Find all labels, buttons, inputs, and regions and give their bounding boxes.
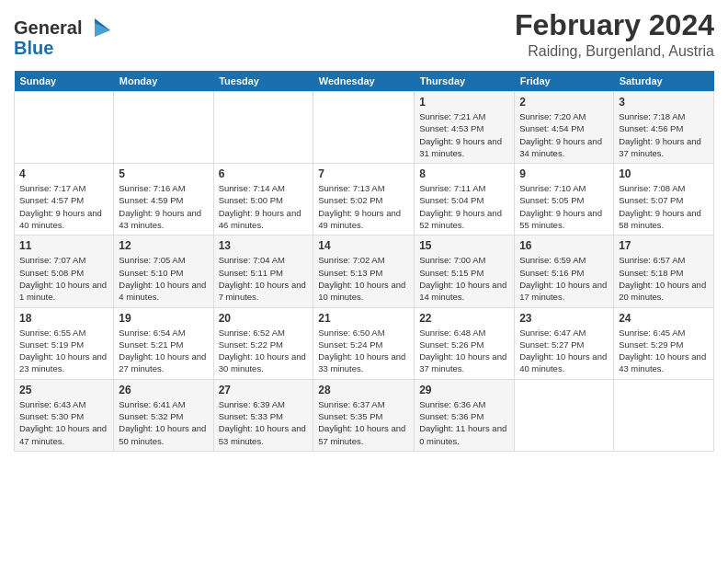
day-info: Sunrise: 6:48 AM Sunset: 5:26 PM Dayligh… xyxy=(419,327,509,375)
day-number: 14 xyxy=(318,239,409,252)
calendar-cell: 19Sunrise: 6:54 AM Sunset: 5:21 PM Dayli… xyxy=(114,307,213,379)
day-number: 18 xyxy=(19,312,108,325)
svg-text:General: General xyxy=(14,17,82,38)
day-info: Sunrise: 6:41 AM Sunset: 5:32 PM Dayligh… xyxy=(119,398,208,447)
day-info: Sunrise: 6:45 AM Sunset: 5:29 PM Dayligh… xyxy=(619,327,709,375)
calendar-cell: 6Sunrise: 7:14 AM Sunset: 5:00 PM Daylig… xyxy=(213,164,313,236)
calendar-week-row: 1Sunrise: 7:21 AM Sunset: 4:53 PM Daylig… xyxy=(15,92,714,164)
calendar-cell: 16Sunrise: 6:59 AM Sunset: 5:16 PM Dayli… xyxy=(515,236,614,307)
day-info: Sunrise: 7:07 AM Sunset: 5:08 PM Dayligh… xyxy=(19,254,108,303)
location-subtitle: Raiding, Burgenland, Austria xyxy=(515,43,714,60)
day-number: 6 xyxy=(219,167,309,180)
calendar-cell: 2Sunrise: 7:20 AM Sunset: 4:54 PM Daylig… xyxy=(515,92,614,164)
calendar-table: Sunday Monday Tuesday Wednesday Thursday… xyxy=(14,71,714,452)
day-info: Sunrise: 7:04 AM Sunset: 5:11 PM Dayligh… xyxy=(219,254,309,303)
calendar-week-row: 4Sunrise: 7:17 AM Sunset: 4:57 PM Daylig… xyxy=(15,164,714,236)
day-number: 26 xyxy=(119,384,208,396)
day-info: Sunrise: 6:52 AM Sunset: 5:22 PM Dayligh… xyxy=(219,327,309,375)
calendar-cell: 11Sunrise: 7:07 AM Sunset: 5:08 PM Dayli… xyxy=(15,236,114,307)
month-year-title: February 2024 xyxy=(515,9,714,41)
calendar-cell: 21Sunrise: 6:50 AM Sunset: 5:24 PM Dayli… xyxy=(313,307,415,379)
col-thursday: Thursday xyxy=(415,71,515,92)
day-info: Sunrise: 7:21 AM Sunset: 4:53 PM Dayligh… xyxy=(419,110,509,159)
day-number: 16 xyxy=(519,239,609,252)
day-info: Sunrise: 6:39 AM Sunset: 5:33 PM Dayligh… xyxy=(219,398,309,447)
calendar-cell: 27Sunrise: 6:39 AM Sunset: 5:33 PM Dayli… xyxy=(213,379,313,451)
svg-text:Blue: Blue xyxy=(14,38,53,58)
calendar-cell: 23Sunrise: 6:47 AM Sunset: 5:27 PM Dayli… xyxy=(515,307,614,379)
header-section: General Blue February 2024 Raiding, Burg… xyxy=(14,9,714,63)
col-wednesday: Wednesday xyxy=(313,71,415,92)
calendar-cell: 3Sunrise: 7:18 AM Sunset: 4:56 PM Daylig… xyxy=(614,92,714,164)
calendar-cell: 17Sunrise: 6:57 AM Sunset: 5:18 PM Dayli… xyxy=(614,236,714,307)
day-info: Sunrise: 7:13 AM Sunset: 5:02 PM Dayligh… xyxy=(318,182,409,231)
page-container: General Blue February 2024 Raiding, Burg… xyxy=(0,0,728,461)
col-saturday: Saturday xyxy=(614,71,714,92)
calendar-cell: 20Sunrise: 6:52 AM Sunset: 5:22 PM Dayli… xyxy=(213,307,313,379)
day-number: 23 xyxy=(519,312,609,325)
calendar-cell: 29Sunrise: 6:36 AM Sunset: 5:36 PM Dayli… xyxy=(415,379,515,451)
day-number: 17 xyxy=(619,239,709,252)
day-number: 10 xyxy=(619,167,709,180)
day-number: 13 xyxy=(219,239,309,252)
title-section: February 2024 Raiding, Burgenland, Austr… xyxy=(515,9,714,60)
calendar-cell: 22Sunrise: 6:48 AM Sunset: 5:26 PM Dayli… xyxy=(415,307,515,379)
day-info: Sunrise: 7:11 AM Sunset: 5:04 PM Dayligh… xyxy=(419,182,509,231)
day-info: Sunrise: 6:59 AM Sunset: 5:16 PM Dayligh… xyxy=(519,254,609,303)
day-info: Sunrise: 7:10 AM Sunset: 5:05 PM Dayligh… xyxy=(519,182,609,231)
day-info: Sunrise: 6:54 AM Sunset: 5:21 PM Dayligh… xyxy=(119,327,208,375)
day-info: Sunrise: 7:16 AM Sunset: 4:59 PM Dayligh… xyxy=(119,182,208,231)
calendar-cell: 1Sunrise: 7:21 AM Sunset: 4:53 PM Daylig… xyxy=(415,92,515,164)
calendar-cell: 8Sunrise: 7:11 AM Sunset: 5:04 PM Daylig… xyxy=(415,164,515,236)
day-number: 19 xyxy=(119,312,208,325)
logo: General Blue xyxy=(14,14,115,63)
day-info: Sunrise: 7:08 AM Sunset: 5:07 PM Dayligh… xyxy=(619,182,709,231)
calendar-cell: 28Sunrise: 6:37 AM Sunset: 5:35 PM Dayli… xyxy=(313,379,415,451)
calendar-cell: 24Sunrise: 6:45 AM Sunset: 5:29 PM Dayli… xyxy=(614,307,714,379)
day-number: 7 xyxy=(318,167,409,180)
day-info: Sunrise: 6:50 AM Sunset: 5:24 PM Dayligh… xyxy=(318,327,409,375)
calendar-header-row: Sunday Monday Tuesday Wednesday Thursday… xyxy=(15,71,714,92)
calendar-cell: 12Sunrise: 7:05 AM Sunset: 5:10 PM Dayli… xyxy=(114,236,213,307)
calendar-cell xyxy=(515,379,614,451)
day-info: Sunrise: 6:55 AM Sunset: 5:19 PM Dayligh… xyxy=(19,327,108,375)
calendar-cell xyxy=(313,92,415,164)
calendar-week-row: 25Sunrise: 6:43 AM Sunset: 5:30 PM Dayli… xyxy=(15,379,714,451)
day-info: Sunrise: 6:37 AM Sunset: 5:35 PM Dayligh… xyxy=(318,398,409,447)
day-number: 4 xyxy=(19,167,108,180)
day-number: 25 xyxy=(19,384,108,396)
day-info: Sunrise: 6:43 AM Sunset: 5:30 PM Dayligh… xyxy=(19,398,108,447)
calendar-cell: 26Sunrise: 6:41 AM Sunset: 5:32 PM Dayli… xyxy=(114,379,213,451)
calendar-week-row: 11Sunrise: 7:07 AM Sunset: 5:08 PM Dayli… xyxy=(15,236,714,307)
day-number: 27 xyxy=(219,384,309,396)
day-info: Sunrise: 6:36 AM Sunset: 5:36 PM Dayligh… xyxy=(419,398,509,447)
day-number: 29 xyxy=(419,384,509,396)
calendar-cell: 25Sunrise: 6:43 AM Sunset: 5:30 PM Dayli… xyxy=(15,379,114,451)
col-monday: Monday xyxy=(114,71,213,92)
calendar-cell xyxy=(114,92,213,164)
calendar-cell: 9Sunrise: 7:10 AM Sunset: 5:05 PM Daylig… xyxy=(515,164,614,236)
calendar-cell xyxy=(614,379,714,451)
day-number: 9 xyxy=(519,167,609,180)
day-info: Sunrise: 7:14 AM Sunset: 5:00 PM Dayligh… xyxy=(219,182,309,231)
day-number: 11 xyxy=(19,239,108,252)
day-info: Sunrise: 7:20 AM Sunset: 4:54 PM Dayligh… xyxy=(519,110,609,159)
calendar-cell: 5Sunrise: 7:16 AM Sunset: 4:59 PM Daylig… xyxy=(114,164,213,236)
day-info: Sunrise: 7:00 AM Sunset: 5:15 PM Dayligh… xyxy=(419,254,509,303)
day-info: Sunrise: 6:57 AM Sunset: 5:18 PM Dayligh… xyxy=(619,254,709,303)
col-tuesday: Tuesday xyxy=(213,71,313,92)
day-number: 15 xyxy=(419,239,509,252)
day-number: 22 xyxy=(419,312,509,325)
day-number: 2 xyxy=(519,96,609,109)
day-info: Sunrise: 7:18 AM Sunset: 4:56 PM Dayligh… xyxy=(619,110,709,159)
col-friday: Friday xyxy=(515,71,614,92)
calendar-cell xyxy=(213,92,313,164)
day-number: 3 xyxy=(619,96,709,109)
calendar-week-row: 18Sunrise: 6:55 AM Sunset: 5:19 PM Dayli… xyxy=(15,307,714,379)
day-number: 20 xyxy=(219,312,309,325)
day-number: 21 xyxy=(318,312,409,325)
day-info: Sunrise: 7:17 AM Sunset: 4:57 PM Dayligh… xyxy=(19,182,108,231)
calendar-cell: 15Sunrise: 7:00 AM Sunset: 5:15 PM Dayli… xyxy=(415,236,515,307)
day-number: 24 xyxy=(619,312,709,325)
logo-text: General Blue xyxy=(14,14,115,63)
